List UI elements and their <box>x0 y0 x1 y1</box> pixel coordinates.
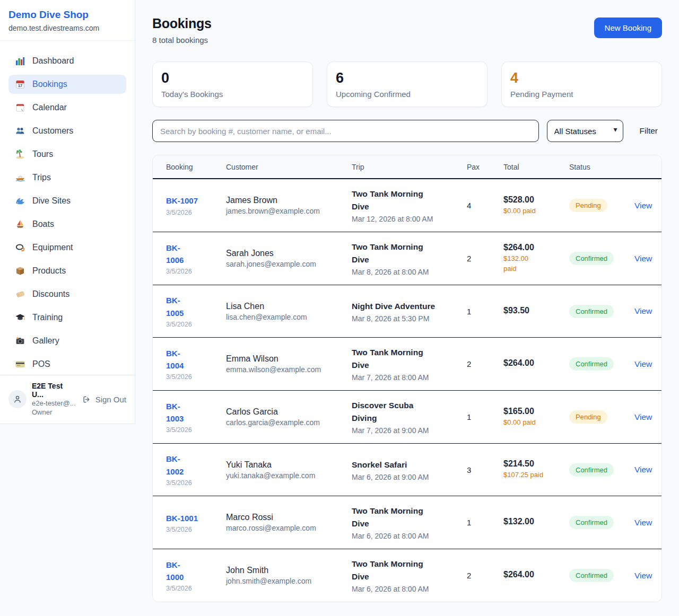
tag-icon <box>15 289 25 300</box>
booking-id-link[interactable]: BK- 1000 <box>166 559 184 584</box>
sidebar-nav: Dashboard 17 Bookings Calendar Customers… <box>0 41 135 374</box>
stat-value: 0 <box>161 71 304 86</box>
booking-id-link[interactable]: BK-1007 <box>166 195 198 207</box>
booking-date: 3/5/2026 <box>166 373 226 381</box>
customer-name: James Brown <box>226 196 352 205</box>
total-value: $132.00 <box>503 517 569 526</box>
trip-name: Night Dive Adventure <box>352 300 467 313</box>
booking-date: 3/5/2026 <box>166 426 226 434</box>
sidebar: Demo Dive Shop demo.test.divestreams.com… <box>0 0 135 424</box>
status-select[interactable]: All Statuses <box>547 120 623 142</box>
bookings-table: Booking Customer Trip Pax Total Status B… <box>152 155 662 602</box>
bar-chart-icon <box>15 56 25 66</box>
view-link[interactable]: View <box>634 571 652 580</box>
status-cell: Confirmed <box>569 569 634 582</box>
page-header: Bookings 8 total bookings New Booking <box>152 16 662 45</box>
sidebar-item-tours[interactable]: Tours <box>8 145 126 164</box>
booking-cell: BK- 1006 3/5/2026 <box>166 242 226 276</box>
customer-cell: Yuki Tanaka yuki.tanaka@example.com <box>226 460 352 480</box>
sidebar-item-label: Trips <box>32 173 51 182</box>
sidebar-item-label: Discounts <box>32 289 69 299</box>
pax-value: 1 <box>467 412 503 421</box>
trip-name: Two Tank Morning Dive <box>352 558 467 583</box>
customer-name: Yuki Tanaka <box>226 460 352 470</box>
status-select-wrap: All Statuses <box>547 120 623 142</box>
booking-date: 3/5/2026 <box>166 209 226 216</box>
booking-id-link[interactable]: BK- 1003 <box>166 400 184 425</box>
customer-cell: Marco Rossi marco.rossi@example.com <box>226 513 352 532</box>
sidebar-item-trips[interactable]: Trips <box>8 168 126 187</box>
customer-email: carlos.garcia@example.com <box>226 418 352 427</box>
status-badge: Pending <box>569 199 607 212</box>
sidebar-item-training[interactable]: Training <box>8 308 126 327</box>
booking-date: 3/5/2026 <box>166 526 226 533</box>
pax-value: 1 <box>467 307 503 316</box>
booking-cell: BK- 1004 3/5/2026 <box>166 347 226 381</box>
view-link[interactable]: View <box>634 306 652 316</box>
booking-id-link[interactable]: BK-1001 <box>166 512 198 524</box>
sidebar-item-equipment[interactable]: Equipment <box>8 238 126 257</box>
view-link[interactable]: View <box>634 201 652 210</box>
view-link[interactable]: View <box>634 518 652 527</box>
booking-row: BK- 1004 3/5/2026 Emma Wilson emma.wilso… <box>153 338 661 391</box>
customer-name: Sarah Jones <box>226 249 352 258</box>
sidebar-item-customers[interactable]: Customers <box>8 121 126 140</box>
booking-id-link[interactable]: BK- 1002 <box>166 453 184 478</box>
sidebar-item-boats[interactable]: Boats <box>8 215 126 234</box>
column-header-status: Status <box>569 163 634 171</box>
filter-button[interactable]: Filter <box>640 126 658 136</box>
sidebar-item-bookings[interactable]: 17 Bookings <box>8 75 126 94</box>
status-cell: Pending <box>569 410 634 424</box>
view-link[interactable]: View <box>634 359 652 369</box>
svg-text:17: 17 <box>18 83 22 88</box>
total-value: $264.00 <box>503 358 569 368</box>
sidebar-item-dashboard[interactable]: Dashboard <box>8 51 126 71</box>
trip-date: Mar 12, 2026 at 8:00 AM <box>352 215 467 223</box>
paid-value: $0.00 paid <box>503 418 569 428</box>
trip-date: Mar 7, 2026 at 8:00 AM <box>352 373 467 382</box>
view-link[interactable]: View <box>634 412 652 422</box>
sidebar-item-products[interactable]: Products <box>8 261 126 280</box>
view-link[interactable]: View <box>634 465 652 474</box>
booking-id-link[interactable]: BK- 1004 <box>166 347 184 372</box>
booking-id-link[interactable]: BK- 1006 <box>166 242 184 267</box>
booking-row: BK- 1006 3/5/2026 Sarah Jones sarah.jone… <box>153 232 661 285</box>
stat-label: Pending Payment <box>510 90 653 99</box>
stat-value: 6 <box>336 71 478 86</box>
customer-name: Marco Rossi <box>226 513 352 522</box>
status-cell: Confirmed <box>569 463 634 477</box>
sidebar-item-label: Boats <box>32 219 54 229</box>
booking-date: 3/5/2026 <box>166 268 226 275</box>
total-value: $528.00 <box>503 195 569 205</box>
page-subtitle: 8 total bookings <box>152 36 212 45</box>
total-value: $93.50 <box>503 306 569 315</box>
sidebar-item-gallery[interactable]: Gallery <box>8 331 126 350</box>
search-input[interactable] <box>152 120 539 142</box>
booking-date: 3/5/2026 <box>166 585 226 592</box>
booking-cell: BK-1007 3/5/2026 <box>166 195 226 216</box>
calendar-icon <box>15 102 25 113</box>
sign-out-button[interactable]: Sign Out <box>82 394 126 404</box>
customer-name: Emma Wilson <box>226 354 352 364</box>
sidebar-item-pos[interactable]: POS <box>8 355 126 374</box>
booking-cell: BK-1001 3/5/2026 <box>166 512 226 533</box>
speedboat-icon <box>15 172 25 183</box>
total-value: $264.00 <box>503 243 569 252</box>
booking-id-link[interactable]: BK- 1005 <box>166 294 184 319</box>
booking-cell: BK- 1003 3/5/2026 <box>166 400 226 434</box>
stat-card-todays-bookings: 0 Today's Bookings <box>152 61 313 107</box>
sidebar-item-dive-sites[interactable]: Dive Sites <box>8 191 126 210</box>
main-content: Bookings 8 total bookings New Booking 0 … <box>135 0 679 616</box>
total-cell: $93.50 <box>503 306 569 317</box>
customer-cell: Carlos Garcia carlos.garcia@example.com <box>226 407 352 427</box>
wave-icon <box>15 196 25 206</box>
new-booking-button[interactable]: New Booking <box>594 17 662 38</box>
brand[interactable]: Demo Dive Shop demo.test.divestreams.com <box>0 0 135 41</box>
sidebar-item-discounts[interactable]: Discounts <box>8 285 126 304</box>
page-title: Bookings <box>152 16 212 31</box>
pax-value: 2 <box>467 359 503 368</box>
view-link[interactable]: View <box>634 254 652 263</box>
sidebar-item-calendar[interactable]: Calendar <box>8 98 126 117</box>
customer-name: Carlos Garcia <box>226 407 352 417</box>
graduation-cap-icon <box>15 312 25 323</box>
